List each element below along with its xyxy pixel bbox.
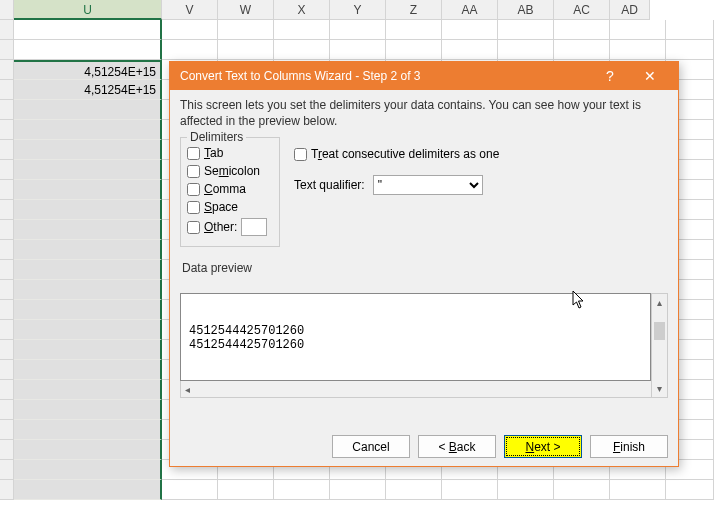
dialog-description: This screen lets you set the delimiters …	[170, 90, 678, 135]
row-header[interactable]	[0, 80, 14, 100]
preview-horizontal-scrollbar[interactable]: ◂ ▸	[180, 381, 668, 398]
text-qualifier-label: Text qualifier:	[294, 178, 365, 192]
other-checkbox-row: Other:	[187, 218, 273, 236]
row-header[interactable]	[0, 40, 14, 60]
preview-line-2: 4512544425701260	[189, 338, 642, 352]
scroll-left-icon[interactable]: ◂	[185, 384, 190, 395]
preview-vertical-scrollbar[interactable]: ▴ ▾	[651, 293, 668, 398]
comma-label[interactable]: Comma	[204, 182, 246, 196]
cell-u1[interactable]	[14, 20, 162, 40]
cell-u2[interactable]	[14, 40, 162, 60]
col-header-ac[interactable]: AC	[554, 0, 610, 20]
close-button[interactable]: ✕	[630, 62, 670, 90]
col-header-z[interactable]: Z	[386, 0, 442, 20]
tab-checkbox-row: Tab	[187, 146, 273, 160]
row-header[interactable]	[0, 60, 14, 80]
column-headers: U V W X Y Z AA AB AC AD	[0, 0, 650, 20]
col-header-w[interactable]: W	[218, 0, 274, 20]
space-checkbox[interactable]	[187, 201, 200, 214]
row-header[interactable]	[0, 20, 14, 40]
tab-label[interactable]: Tab	[204, 146, 223, 160]
space-checkbox-row: Space	[187, 200, 273, 214]
dialog-title: Convert Text to Columns Wizard - Step 2 …	[180, 69, 590, 83]
text-to-columns-dialog: Convert Text to Columns Wizard - Step 2 …	[169, 61, 679, 467]
finish-button[interactable]: Finish	[590, 435, 668, 458]
back-button[interactable]: < Back	[418, 435, 496, 458]
scroll-up-icon[interactable]: ▴	[652, 294, 667, 311]
tab-checkbox[interactable]	[187, 147, 200, 160]
col-header-u[interactable]: U	[14, 0, 162, 20]
scroll-down-icon[interactable]: ▾	[652, 380, 667, 397]
dialog-button-row: Cancel < Back Next > Finish	[332, 435, 668, 458]
text-qualifier-select[interactable]: "	[373, 175, 483, 195]
treat-consecutive-label[interactable]: Treat consecutive delimiters as one	[311, 147, 499, 161]
col-header-x[interactable]: X	[274, 0, 330, 20]
col-header-aa[interactable]: AA	[442, 0, 498, 20]
dialog-titlebar[interactable]: Convert Text to Columns Wizard - Step 2 …	[170, 62, 678, 90]
other-checkbox[interactable]	[187, 221, 200, 234]
cell-u3[interactable]: 4,51254E+15	[14, 60, 162, 80]
delimiters-legend: Delimiters	[187, 130, 246, 144]
space-label[interactable]: Space	[204, 200, 238, 214]
treat-consecutive-checkbox[interactable]	[294, 148, 307, 161]
select-all-corner[interactable]	[0, 0, 14, 20]
data-preview-box: 45125444257012604512544425701260	[180, 293, 651, 381]
comma-checkbox-row: Comma	[187, 182, 273, 196]
preview-line-1: 4512544425701260	[189, 324, 642, 338]
scroll-thumb[interactable]	[654, 322, 665, 340]
cell-u4[interactable]: 4,51254E+15	[14, 80, 162, 100]
row-2	[0, 40, 718, 60]
col-header-ad[interactable]: AD	[610, 0, 650, 20]
col-header-ab[interactable]: AB	[498, 0, 554, 20]
col-header-y[interactable]: Y	[330, 0, 386, 20]
col-header-v[interactable]: V	[162, 0, 218, 20]
row-1	[0, 20, 718, 40]
next-button[interactable]: Next >	[504, 435, 582, 458]
cancel-button[interactable]: Cancel	[332, 435, 410, 458]
other-label[interactable]: Other:	[204, 220, 237, 234]
delimiters-group: Delimiters Tab Semicolon Comma Space	[180, 137, 280, 247]
comma-checkbox[interactable]	[187, 183, 200, 196]
data-preview-label: Data preview	[182, 261, 668, 275]
help-button[interactable]: ?	[590, 62, 630, 90]
semicolon-checkbox[interactable]	[187, 165, 200, 178]
treat-consecutive-row: Treat consecutive delimiters as one	[294, 147, 499, 161]
other-input[interactable]	[241, 218, 267, 236]
semicolon-checkbox-row: Semicolon	[187, 164, 273, 178]
semicolon-label[interactable]: Semicolon	[204, 164, 260, 178]
